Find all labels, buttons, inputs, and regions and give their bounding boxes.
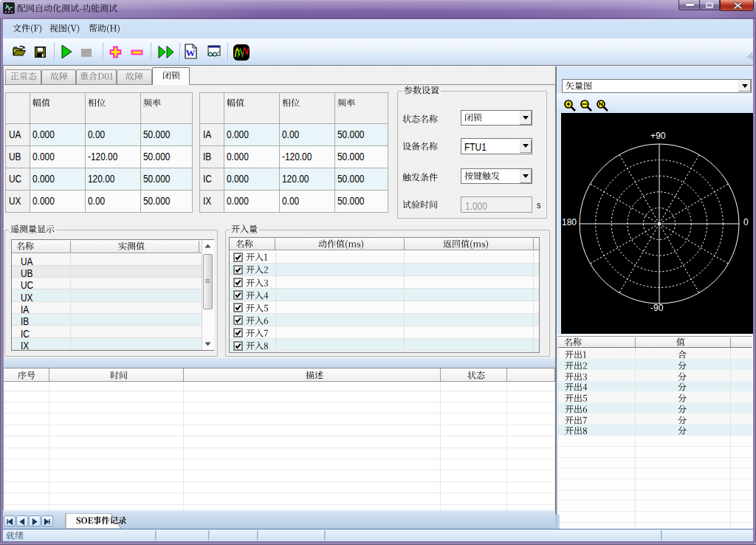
svg-text:0: 0 (743, 217, 749, 227)
svg-text:-90: -90 (650, 303, 664, 313)
svg-text:W: W (186, 47, 196, 58)
svg-text:+90: +90 (650, 131, 666, 141)
svg-text:180: 180 (562, 217, 577, 227)
